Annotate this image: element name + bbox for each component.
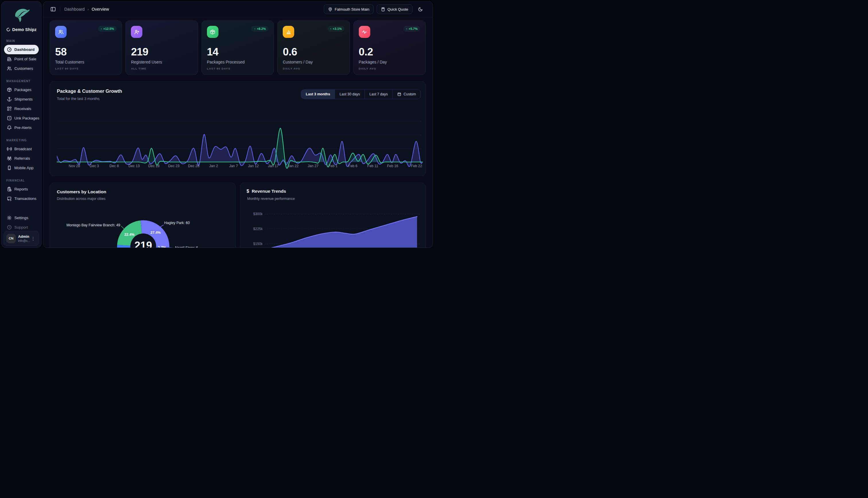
anchor-icon <box>7 97 12 102</box>
sidebar-item-label: Receivals <box>14 107 31 111</box>
sidebar-item-shipments[interactable]: Shipments <box>4 94 39 104</box>
change-badge: ↑+12.5% <box>98 26 117 31</box>
svg-text:?: ? <box>9 226 10 228</box>
kebab-menu-icon[interactable]: ⋮ <box>30 236 37 241</box>
card-dollar-icon <box>7 196 12 201</box>
svg-text:219: 219 <box>134 239 152 248</box>
sidebar-item-label: Unk Packages <box>14 116 39 120</box>
sidebar-item-unk-packages[interactable]: ? Unk Packages <box>4 114 39 123</box>
filter-last-7-days[interactable]: Last 7 days <box>365 90 393 99</box>
stat-sublabel: DAILY AVG <box>359 67 420 70</box>
growth-line-chart[interactable]: Nov 28Dec 3Dec 8Dec 13Dec 18Dec 23Dec 28… <box>57 111 424 172</box>
svg-text:Feb 16: Feb 16 <box>387 164 398 168</box>
svg-text:Jan 7: Jan 7 <box>229 164 238 168</box>
growth-chart-card: Package & Customer Growth Total for the … <box>50 81 426 176</box>
sidebar-item-label: Referrals <box>14 156 30 160</box>
sidebar-item-label: Point of Sale <box>14 57 37 61</box>
theme-toggle-moon-icon[interactable] <box>415 4 425 14</box>
gear-icon <box>7 215 12 220</box>
sidebar-item-packages[interactable]: Packages <box>4 85 39 94</box>
broadcast-icon <box>7 146 12 152</box>
stat-sublabel: LAST 90 DAYS <box>207 67 268 70</box>
map-pin-icon <box>328 7 333 12</box>
sidebar-item-label: Customers <box>14 66 33 71</box>
svg-text:27.4%: 27.4% <box>150 231 161 235</box>
filter-custom[interactable]: Custom <box>393 90 421 99</box>
sidebar-toggle-icon[interactable] <box>49 5 57 13</box>
store-selector-button[interactable]: Falmouth Store Main <box>324 4 374 14</box>
users-icon <box>55 26 67 38</box>
sidebar-item-receivals[interactable]: Receivals <box>4 104 39 114</box>
user-card[interactable]: CN Admin info@s... ⋮ <box>4 231 39 246</box>
svg-text:2.7%: 2.7% <box>158 246 166 248</box>
sidebar-item-point-of-sale[interactable]: Point of Sale <box>4 54 39 64</box>
breadcrumb-parent[interactable]: Dashboard <box>64 7 85 12</box>
svg-text:22.4%: 22.4% <box>124 233 134 237</box>
svg-text:Feb 1: Feb 1 <box>328 164 338 168</box>
svg-text:Nov 28: Nov 28 <box>69 164 80 168</box>
svg-text:$225k: $225k <box>253 227 263 231</box>
clipboard-report-icon <box>7 187 12 192</box>
user-plus-icon <box>131 26 143 38</box>
filter-last-30-days[interactable]: Last 30 days <box>335 90 365 99</box>
activity-icon <box>359 26 370 38</box>
svg-text:Dec 28: Dec 28 <box>188 164 200 168</box>
breadcrumb-current: Overview <box>92 7 109 12</box>
sidebar-item-label: Packages <box>14 88 31 92</box>
svg-text:$150k: $150k <box>253 242 263 246</box>
stat-label: Total Customers <box>55 60 117 64</box>
customers-by-location-card: Customers by Location Distribution acros… <box>50 183 236 248</box>
help-circle-icon: ? <box>7 225 12 230</box>
package-icon <box>7 87 12 92</box>
stat-card-customers-per-day: ↑+3.1% 0.6 Customers / Day DAILY AVG <box>277 21 350 75</box>
quick-quote-button[interactable]: Quick Quote <box>377 4 412 14</box>
stat-value: 14 <box>207 46 268 58</box>
sidebar-item-dashboard[interactable]: Dashboard <box>4 45 39 54</box>
sidebar-item-label: Transactions <box>14 196 37 201</box>
sidebar-item-customers[interactable]: Customers <box>4 64 39 73</box>
avatar: CN <box>6 234 16 243</box>
section-label-main: MAIN <box>4 39 39 42</box>
topbar: Dashboard › Overview Falmouth Store Main… <box>43 1 433 17</box>
filter-last-3-months[interactable]: Last 3 months <box>301 90 335 99</box>
stat-value: 58 <box>55 46 117 58</box>
brand: Demo Shipz <box>1 27 41 32</box>
stat-sublabel: DAILY AVG <box>283 67 344 70</box>
users-icon <box>7 66 12 71</box>
svg-text:Montego Bay Fairview Branch: 4: Montego Bay Fairview Branch: 49 <box>66 223 120 227</box>
svg-text:Feb 11: Feb 11 <box>367 164 378 168</box>
section-label-management: MANAGEMENT <box>4 80 39 83</box>
store-selector-label: Falmouth Store Main <box>335 7 369 12</box>
change-badge: ↑+5.7% <box>403 26 420 31</box>
sidebar-item-label: Pre-Alerts <box>14 126 31 130</box>
stat-label: Packages / Day <box>359 60 420 64</box>
locations-donut-chart[interactable]: Montego Bay Fairview Branch: 49Hagley Pa… <box>50 183 236 248</box>
sidebar-item-transactions[interactable]: Transactions <box>4 194 39 203</box>
svg-text:Jan 12: Jan 12 <box>248 164 259 168</box>
change-badge: ↑+3.1% <box>327 26 344 31</box>
sidebar-item-broadcast[interactable]: Broadcast <box>4 144 39 154</box>
sidebar-item-pre-alerts[interactable]: Pre-Alerts <box>4 123 39 132</box>
breadcrumb-chevron-icon: › <box>87 7 89 12</box>
sidebar-item-mobile-app[interactable]: Mobile App <box>4 163 39 173</box>
sidebar-item-reports[interactable]: Reports <box>4 184 39 194</box>
sidebar-item-label: Shipments <box>14 97 33 101</box>
revenue-area-chart[interactable]: $300k$225k$150k <box>240 183 426 248</box>
stat-value: 219 <box>131 46 192 58</box>
sidebar-item-referrals[interactable]: Referrals <box>4 154 39 163</box>
user-meta: Admin info@s... <box>18 235 28 243</box>
time-range-filter: Last 3 months Last 30 days Last 7 days C… <box>301 89 421 99</box>
sidebar-item-label: Broadcast <box>14 147 32 151</box>
stat-card-total-customers: ↑+12.5% 58 Total Customers LAST 90 DAYS <box>50 21 122 75</box>
sidebar-item-label: Support <box>14 225 28 230</box>
arrow-up-icon: ↑ <box>406 27 408 30</box>
stat-value: 0.6 <box>283 46 344 58</box>
sidebar-item-settings[interactable]: Settings <box>4 213 39 223</box>
quick-quote-label: Quick Quote <box>388 7 408 12</box>
cash-register-icon <box>7 56 12 62</box>
stat-label: Customers / Day <box>283 60 344 64</box>
growth-subtitle: Total for the last 3 months <box>57 96 99 101</box>
main-panel: Dashboard › Overview Falmouth Store Main… <box>43 1 433 248</box>
stat-cards: ↑+12.5% 58 Total Customers LAST 90 DAYS … <box>50 21 426 75</box>
gauge-icon <box>7 47 12 52</box>
